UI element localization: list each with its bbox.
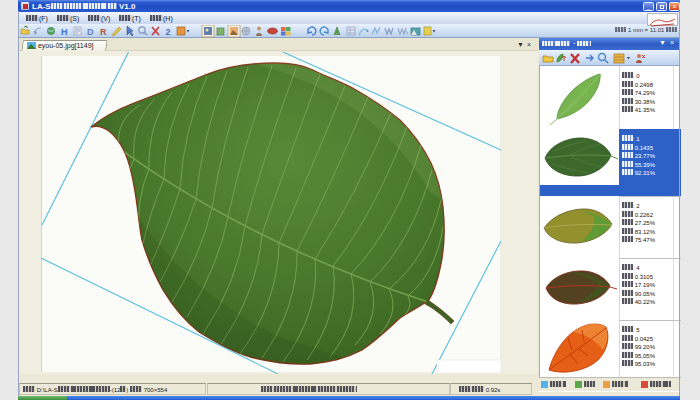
svg-text:D: D	[87, 27, 94, 37]
svg-text:H: H	[61, 27, 68, 37]
svg-text:2: 2	[166, 27, 171, 37]
svg-text:R: R	[100, 27, 107, 37]
